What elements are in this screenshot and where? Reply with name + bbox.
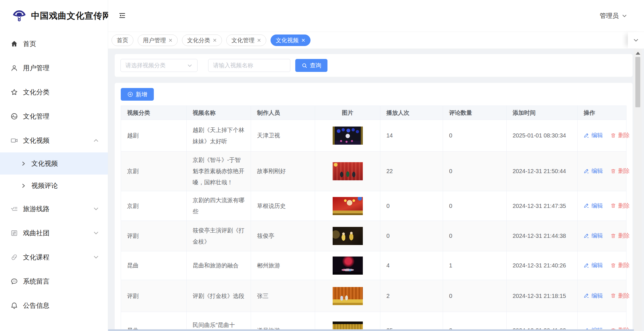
sidebar-collapse-icon[interactable] (118, 12, 126, 20)
edit-button[interactable]: 编辑 (584, 131, 603, 139)
trash-icon (610, 168, 616, 174)
sidebar-item-user-management[interactable]: 用户管理 (0, 56, 108, 80)
close-icon[interactable] (257, 38, 261, 42)
horizontal-scrollbar[interactable] (108, 329, 634, 331)
edit-button[interactable]: 编辑 (584, 202, 603, 210)
cell-actions: 编辑删除 (578, 312, 626, 331)
trash-icon (610, 233, 616, 239)
scroll-up-arrow-icon[interactable] (636, 52, 640, 55)
cell-comments: 0 (443, 280, 507, 312)
column-header-category: 视频分类 (121, 106, 187, 120)
delete-button[interactable]: 删除 (610, 131, 630, 139)
content-area: 请选择视频分类 查询 新增 (108, 49, 644, 331)
tab-bar: 首页用户管理文化分类文化管理文化视频 (108, 32, 644, 49)
table-row: 京剧京剧的四大流派有哪些草根说历史002024-12-31 21:47:35编辑… (121, 191, 626, 221)
video-name-input[interactable] (208, 59, 290, 72)
cell-image (315, 221, 380, 251)
close-icon[interactable] (168, 38, 172, 42)
sidebar-subitem-culture-video-list[interactable]: 文化视频 (0, 152, 108, 175)
cell-video-category: 昆曲 (121, 251, 187, 280)
sidebar-item-tour-routes[interactable]: 旅游线路 (0, 197, 108, 221)
chevron-up-icon (93, 137, 99, 144)
cell-added-time: 2024-12-31 21:44:38 (507, 221, 578, 251)
cell-producer: 天津卫视 (251, 120, 315, 152)
add-button[interactable]: 新增 (121, 88, 154, 101)
cell-video-category: 越剧 (121, 120, 187, 152)
edit-button[interactable]: 编辑 (584, 292, 603, 300)
cell-actions: 编辑删除 (578, 152, 626, 191)
cell-plays: 14 (380, 120, 443, 152)
trash-icon (610, 293, 616, 299)
cell-plays: 25 (380, 312, 443, 331)
tab-user-management[interactable]: 用户管理 (138, 35, 178, 46)
sidebar-subitem-video-comments[interactable]: 视频评论 (0, 175, 108, 197)
user-icon (10, 64, 18, 72)
brand: 中国戏曲文化宣传网 (0, 0, 108, 32)
cell-image (315, 312, 380, 331)
scrollbar-thumb[interactable] (635, 57, 640, 107)
cell-plays: 0 (380, 191, 443, 221)
sidebar-item-opera-clubs[interactable]: 戏曲社团 (0, 221, 108, 245)
chevron-right-icon (21, 161, 26, 167)
cell-comments: 0 (443, 221, 507, 251)
cell-video-name: 评剧《打金枝》选段 (187, 280, 251, 312)
cell-added-time: 2025-01-01 08:30:34 (507, 120, 578, 152)
edit-button[interactable]: 编辑 (584, 167, 603, 175)
sidebar-item-announcements[interactable]: 公告信息 (0, 293, 108, 317)
delete-button[interactable]: 删除 (610, 167, 630, 175)
sidebar-item-home[interactable]: 首页 (0, 32, 108, 56)
table-row: 京剧京剧《智斗》-于智魁李胜素杨赤惊艳开嗓，国粹壮哉！故事刚刚好2202024-… (121, 152, 626, 191)
plus-circle-icon (127, 91, 133, 97)
cell-added-time: 2024-12-31 20:41:03 (507, 312, 578, 331)
cell-plays: 2 (380, 280, 443, 312)
cell-plays: 22 (380, 152, 443, 191)
search-button[interactable]: 查询 (295, 59, 327, 72)
cell-comments: 2 (443, 312, 507, 331)
cell-actions: 编辑删除 (578, 221, 626, 251)
sidebar-item-culture-video[interactable]: 文化视频 (0, 128, 108, 152)
edit-button[interactable]: 编辑 (584, 232, 603, 240)
pencil-icon (584, 133, 589, 138)
cell-added-time: 2024-12-31 21:40:26 (507, 251, 578, 280)
close-icon[interactable] (213, 38, 217, 42)
star-icon (10, 88, 18, 96)
close-icon[interactable] (301, 38, 305, 42)
video-category-select[interactable]: 请选择视频分类 (120, 59, 198, 72)
rose-backdrop-stage-thumbnail (333, 257, 363, 275)
cell-actions: 编辑删除 (578, 251, 626, 280)
pencil-icon (584, 263, 589, 268)
table-row: 评剧筱俊亭主演评剧《打金枝》筱俊亭002024-12-31 21:44:38编辑… (121, 221, 626, 251)
delete-button[interactable]: 删除 (610, 232, 630, 240)
bell-icon (10, 302, 18, 309)
cell-comments: 0 (443, 191, 507, 221)
cell-added-time: 2024-12-31 21:18:15 (507, 280, 578, 312)
delete-button[interactable]: 删除 (610, 202, 630, 210)
user-menu[interactable]: 管理员 (600, 12, 627, 20)
edit-button[interactable]: 编辑 (584, 261, 603, 269)
tab-home[interactable]: 首页 (112, 35, 133, 46)
filter-panel: 请选择视频分类 查询 (115, 54, 632, 77)
tab-actions-dropdown[interactable] (628, 32, 644, 48)
pencil-icon (584, 293, 589, 299)
cell-comments: 1 (443, 251, 507, 280)
sidebar-item-culture-category[interactable]: 文化分类 (0, 80, 108, 104)
tab-culture-management[interactable]: 文化管理 (226, 35, 266, 46)
chevron-down-icon (187, 63, 193, 68)
cell-actions: 编辑删除 (578, 191, 626, 221)
cell-plays: 4 (380, 251, 443, 280)
tab-culture-category[interactable]: 文化分类 (182, 35, 222, 46)
sidebar-menu: 首页用户管理文化分类文化管理文化视频文化视频视频评论旅游线路戏曲社团文化课程系统… (0, 32, 108, 331)
cell-video-category: 评剧 (121, 280, 187, 312)
delete-button[interactable]: 删除 (610, 292, 630, 300)
sidebar-item-culture-courses[interactable]: 文化课程 (0, 245, 108, 269)
delete-button[interactable]: 删除 (610, 261, 630, 269)
select-placeholder: 请选择视频分类 (125, 62, 166, 69)
sidebar-item-system-messages[interactable]: 系统留言 (0, 269, 108, 293)
chevron-down-icon (93, 230, 99, 236)
sidebar-item-culture-management[interactable]: 文化管理 (0, 104, 108, 128)
column-header-producer: 制作人员 (251, 106, 315, 120)
vertical-scrollbar[interactable] (634, 49, 642, 331)
main-column: 管理员 首页用户管理文化分类文化管理文化视频 请选择视频分类 (108, 0, 644, 331)
tab-culture-video[interactable]: 文化视频 (271, 35, 310, 46)
table-row: 昆曲民间曲乐"昆曲十番"文化遂昌旅游2522024-12-31 20:41:03… (121, 312, 626, 331)
